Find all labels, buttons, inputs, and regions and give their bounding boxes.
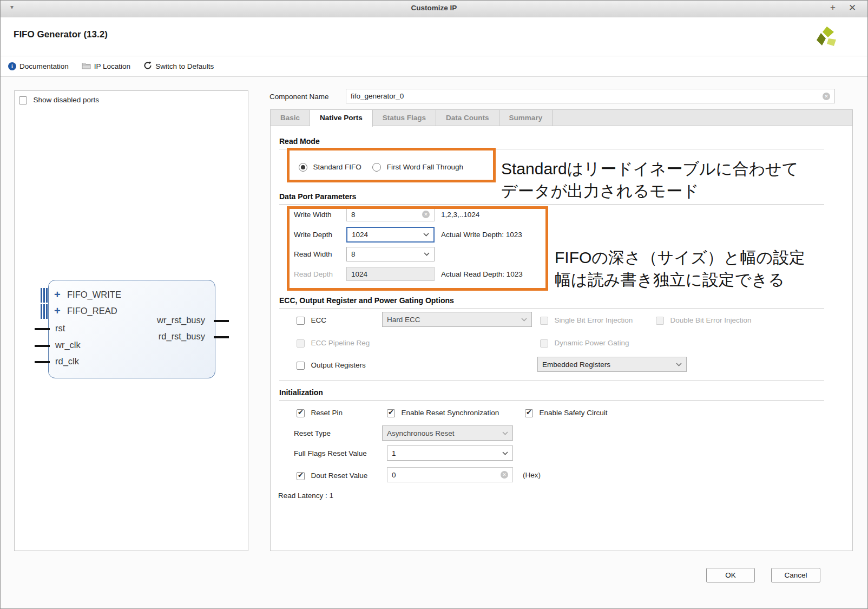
documentation-button[interactable]: i Documentation <box>8 62 69 70</box>
dynamic-power-checkbox <box>540 339 548 348</box>
ok-button[interactable]: OK <box>706 568 755 582</box>
chevron-down-icon <box>502 451 508 455</box>
folder-icon <box>82 62 91 71</box>
read-latency-text: Read Latency : 1 <box>278 492 333 500</box>
tab-data-counts[interactable]: Data Counts <box>436 110 499 126</box>
pin-wr-rst-busy <box>214 320 229 322</box>
port-rst: rst <box>55 323 65 333</box>
bus-pin-icon <box>41 288 48 303</box>
double-bit-error-checkbox <box>656 317 664 325</box>
expand-fifo-write-icon[interactable]: + <box>54 289 61 300</box>
pin-rd-clk <box>35 361 50 363</box>
ecc-label: ECC <box>311 316 326 324</box>
interface-fifo-write: FIFO_WRITE <box>67 290 121 300</box>
single-bit-error-label: Single Bit Error Injection <box>554 316 633 324</box>
single-bit-row: Single Bit Error Injection <box>540 316 633 325</box>
tab-summary[interactable]: Summary <box>499 110 553 126</box>
ecc-mode-select: Hard ECC <box>382 312 532 327</box>
ecc-section-title: ECC, Output Register and Power Gating Op… <box>279 296 824 309</box>
output-registers-row: Output Registers <box>297 361 366 370</box>
expand-fifo-read-icon[interactable]: + <box>54 305 61 316</box>
clear-icon[interactable]: ✕ <box>823 93 830 100</box>
bus-pin-icon <box>41 304 48 319</box>
tab-basic[interactable]: Basic <box>271 110 310 126</box>
window-title: Customize IP <box>1 4 867 12</box>
window-close-button[interactable]: ✕ <box>846 2 859 14</box>
annotation-line: 幅は読み書き独立に設定できる <box>555 269 805 291</box>
ip-location-button[interactable]: IP Location <box>82 62 130 71</box>
interface-fifo-read: FIFO_READ <box>67 306 117 316</box>
title-bar[interactable]: ▾ Customize IP + ✕ <box>1 1 867 17</box>
ecc-pipeline-label: ECC Pipeline Reg <box>311 339 370 347</box>
ip-symbol-block[interactable]: + FIFO_WRITE + FIFO_READ rst wr_clk rd_c… <box>48 280 215 378</box>
main-area: Show disabled ports + FIFO_WRITE + FIFO_… <box>1 77 867 608</box>
component-name-label: Component Name <box>269 93 329 101</box>
pin-wr-clk <box>35 345 50 347</box>
chevron-down-icon <box>502 431 508 435</box>
data-port-highlight-box <box>287 206 548 291</box>
full-flags-select[interactable]: 1 <box>387 446 513 461</box>
dout-reset-value: 0 <box>392 471 396 479</box>
full-flags-label: Full Flags Reset Value <box>294 449 367 457</box>
chevron-down-icon <box>521 318 527 322</box>
native-ports-content: Read Mode Standard FIFO First Word Fall … <box>270 126 853 551</box>
documentation-label: Documentation <box>19 62 69 70</box>
window-shade-button[interactable]: + <box>826 2 839 13</box>
ecc-pipeline-checkbox <box>297 339 305 348</box>
enable-reset-sync-checkbox[interactable] <box>387 409 395 417</box>
reset-pin-label: Reset Pin <box>311 409 343 417</box>
dynamic-power-row: Dynamic Power Gating <box>540 338 629 348</box>
ecc-pipeline-row: ECC Pipeline Reg <box>297 338 370 348</box>
ecc-checkbox[interactable] <box>297 317 305 325</box>
component-name-value: fifo_generator_0 <box>351 92 404 100</box>
page-title: FIFO Generator (13.2) <box>14 29 108 40</box>
reset-pin-checkbox[interactable] <box>297 409 305 417</box>
pin-rd-rst-busy <box>214 336 229 338</box>
section-divider <box>279 380 824 381</box>
component-name-input[interactable]: fifo_generator_0 ✕ <box>346 89 835 103</box>
full-flags-value: 1 <box>392 449 396 457</box>
toolbar: i Documentation IP Location Switch to De… <box>1 56 867 77</box>
reset-type-select: Asynchronous Reset <box>382 425 513 441</box>
annotation-line: FIFOの深さ（サイズ）と幅の設定 <box>555 246 805 269</box>
single-bit-error-checkbox <box>540 317 548 325</box>
output-registers-label: Output Registers <box>311 361 365 369</box>
switch-to-defaults-label: Switch to Defaults <box>155 62 214 70</box>
tab-status-flags[interactable]: Status Flags <box>373 110 436 126</box>
clear-icon[interactable]: ✕ <box>501 471 508 479</box>
output-registers-checkbox[interactable] <box>297 362 305 370</box>
ecc-mode-value: Hard ECC <box>387 316 420 324</box>
embedded-registers-select[interactable]: Embedded Registers <box>537 357 687 372</box>
dout-reset-row: Dout Reset Value <box>297 471 367 481</box>
switch-to-defaults-button[interactable]: Switch to Defaults <box>143 61 214 71</box>
port-wr-rst-busy: wr_rst_busy <box>157 315 205 325</box>
xilinx-logo-icon <box>816 26 837 50</box>
read-mode-highlight-box <box>287 148 496 182</box>
dout-hex-label: (Hex) <box>523 471 541 479</box>
double-bit-row: Double Bit Error Injection <box>656 316 752 325</box>
enable-reset-sync-row: Enable Reset Synchronization <box>387 408 499 418</box>
reset-pin-row: Reset Pin <box>297 408 343 418</box>
ecc-row: ECC <box>297 316 326 325</box>
ip-location-label: IP Location <box>94 62 130 70</box>
enable-safety-label: Enable Safety Circuit <box>539 409 607 417</box>
embedded-registers-value: Embedded Registers <box>542 361 610 369</box>
enable-safety-row: Enable Safety Circuit <box>525 408 608 418</box>
reset-type-label: Reset Type <box>294 429 331 437</box>
dout-reset-input[interactable]: 0 ✕ <box>387 467 513 482</box>
dialog-header: FIFO Generator (13.2) <box>1 17 867 56</box>
cancel-button[interactable]: Cancel <box>771 568 820 582</box>
dout-reset-checkbox[interactable] <box>297 472 305 480</box>
show-disabled-ports-checkbox[interactable] <box>19 96 27 104</box>
tab-native-ports[interactable]: Native Ports <box>310 110 373 127</box>
refresh-icon <box>143 61 152 71</box>
info-icon: i <box>8 62 16 70</box>
dout-reset-label: Dout Reset Value <box>311 472 367 480</box>
double-bit-error-label: Double Bit Error Injection <box>670 316 751 324</box>
enable-safety-checkbox[interactable] <box>525 409 533 417</box>
enable-reset-sync-label: Enable Reset Synchronization <box>401 409 499 417</box>
initialization-section-title: Initialization <box>279 388 824 401</box>
show-disabled-ports-row: Show disabled ports <box>19 95 99 105</box>
depth-annotation: FIFOの深さ（サイズ）と幅の設定 幅は読み書き独立に設定できる <box>555 246 805 291</box>
pin-rst <box>35 328 50 330</box>
